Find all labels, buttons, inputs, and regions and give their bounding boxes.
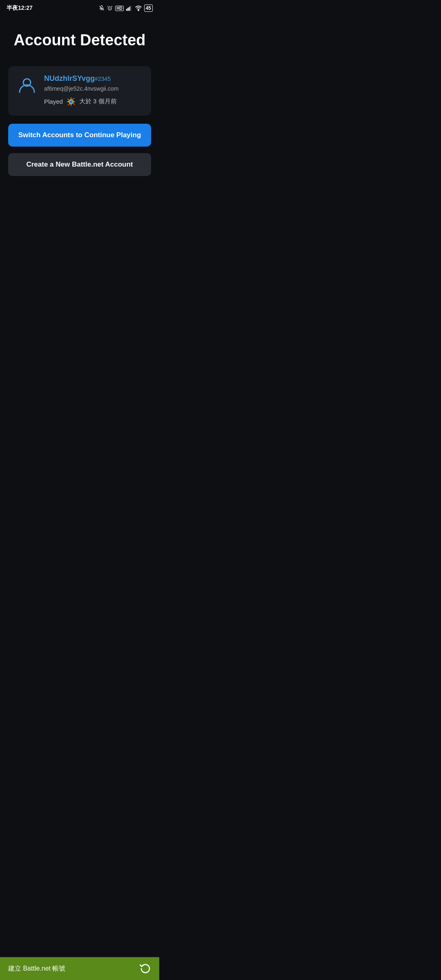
account-email: af6meq@je52c.4nvswgii.com bbox=[44, 85, 143, 92]
svg-rect-6 bbox=[130, 6, 131, 11]
alarm-icon bbox=[107, 5, 113, 11]
svg-marker-13 bbox=[74, 101, 76, 102]
svg-marker-12 bbox=[66, 101, 69, 102]
svg-rect-4 bbox=[127, 8, 128, 11]
status-time: 半夜12:27 bbox=[7, 4, 33, 12]
svg-marker-10 bbox=[70, 97, 71, 99]
status-bar: 半夜12:27 HD 45 bbox=[0, 0, 159, 15]
svg-marker-17 bbox=[67, 104, 70, 106]
svg-rect-5 bbox=[129, 7, 129, 11]
hearthstone-icon bbox=[65, 96, 77, 107]
svg-point-20 bbox=[71, 101, 71, 102]
svg-line-2 bbox=[111, 6, 112, 7]
account-tag: #2345 bbox=[95, 76, 111, 82]
svg-rect-3 bbox=[126, 9, 127, 11]
status-icons: HD 45 bbox=[99, 4, 153, 12]
hd-badge: HD bbox=[115, 6, 123, 11]
svg-marker-16 bbox=[72, 98, 75, 100]
account-name-row: NUdzhlrSYvgg #2345 bbox=[44, 74, 143, 83]
page-title: Account Detected bbox=[8, 31, 151, 50]
signal-icon bbox=[126, 5, 133, 11]
account-played-row: Played bbox=[44, 96, 143, 107]
account-info: NUdzhlrSYvgg #2345 af6meq@je52c.4nvswgii… bbox=[44, 74, 143, 107]
account-username: NUdzhlrSYvgg bbox=[44, 74, 95, 83]
user-avatar-icon bbox=[17, 75, 37, 95]
svg-marker-14 bbox=[67, 98, 69, 100]
switch-accounts-button[interactable]: Switch Accounts to Continue Playing bbox=[8, 124, 151, 147]
svg-line-1 bbox=[107, 6, 108, 7]
main-content: Account Detected NUdzhlrSYvgg #2345 af6m… bbox=[0, 15, 159, 184]
account-card: NUdzhlrSYvgg #2345 af6meq@je52c.4nvswgii… bbox=[8, 66, 151, 116]
svg-marker-15 bbox=[73, 103, 75, 106]
played-time: 大於 3 個月前 bbox=[79, 98, 117, 105]
battery-indicator: 45 bbox=[144, 4, 153, 12]
played-label: Played bbox=[44, 98, 63, 105]
avatar bbox=[16, 74, 38, 96]
wifi-icon bbox=[135, 5, 142, 11]
svg-marker-11 bbox=[70, 104, 71, 107]
create-account-button[interactable]: Create a New Battle.net Account bbox=[8, 153, 151, 176]
mute-icon bbox=[99, 5, 105, 11]
svg-point-7 bbox=[138, 10, 139, 11]
